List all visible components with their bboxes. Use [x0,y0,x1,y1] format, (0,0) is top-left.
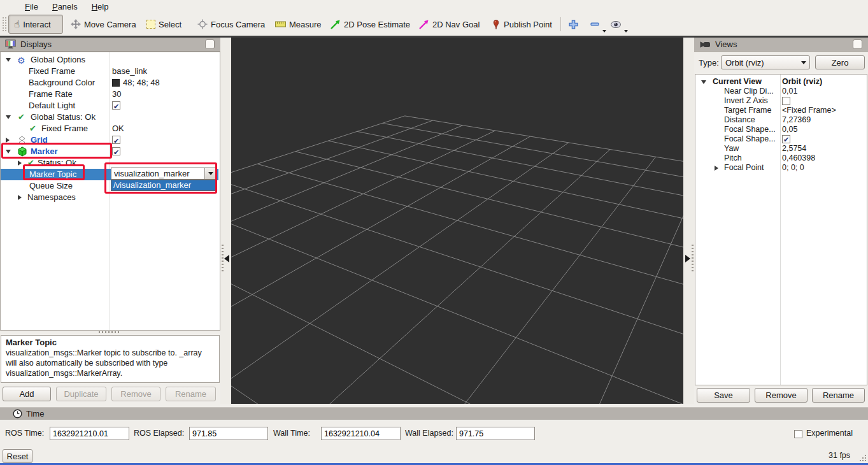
collapse-left-arrow-icon[interactable] [224,255,229,262]
tool-select-button[interactable]: Select [141,15,187,34]
tree-row-yaw[interactable]: Yaw 2,5754 [695,144,867,154]
remove-button[interactable]: Remove [111,387,160,401]
row-value[interactable]: <Fixed Frame> [782,106,836,115]
collapse-arrow-icon[interactable] [6,58,11,62]
tree-row-background-color[interactable]: Background Color 48; 48; 48 [1,77,218,89]
tree-row-fixed-frame-status[interactable]: ✔ Fixed Frame OK [1,123,218,134]
duplicate-button[interactable]: Duplicate [56,387,106,401]
row-value[interactable]: 0,05 [782,125,797,134]
experimental-checkbox[interactable] [794,430,802,438]
menu-file[interactable]: File [19,1,44,12]
row-value[interactable]: 48; 48; 48 [123,77,160,89]
displays-panel-header[interactable]: Displays [0,38,220,52]
zero-button[interactable]: Zero [815,55,865,69]
help-splitter-handle[interactable] [99,331,119,333]
checkbox[interactable] [112,147,120,155]
row-label: Status: Ok [38,157,76,169]
tree-row-near-clip[interactable]: Near Clip Di... 0,01 [695,87,867,96]
wall-time-field[interactable] [321,427,401,440]
render-viewport[interactable] [231,38,683,404]
marker-topic-combobox[interactable]: visualization_marker [111,168,217,180]
row-value[interactable]: 0; 0; 0 [782,163,804,173]
views-panel-header[interactable]: Views [694,38,868,52]
time-panel-header[interactable]: Time [0,407,868,420]
tree-row-grid[interactable]: Grid [1,134,218,146]
tree-row-focal-point[interactable]: Focal Point 0; 0; 0 [695,163,867,173]
tool-focus-camera-button[interactable]: Focus Camera [192,15,270,34]
zoom-out-button[interactable] [586,15,604,34]
tree-row-fixed-frame[interactable]: Fixed Frame base_link [1,66,218,77]
row-label: Current View [713,77,762,87]
combobox-dropdown-button[interactable] [204,168,217,179]
expand-arrow-icon[interactable] [6,138,10,143]
tool-measure-button[interactable]: Measure [270,15,327,34]
color-swatch[interactable] [112,79,120,87]
tree-row-current-view[interactable]: Current View Orbit (rviz) [695,77,867,87]
dropdown-option-selected[interactable]: /visualization_marker [111,180,217,190]
row-value[interactable]: 0,01 [782,87,797,96]
checkbox[interactable] [782,135,790,143]
tool-2d-nav-goal-button[interactable]: 2D Nav Goal [413,15,485,34]
row-label: Pitch [724,154,742,163]
tree-row-global-options[interactable]: ⚙ Global Options [1,54,218,66]
tree-row-invert-z[interactable]: Invert Z Axis [695,96,867,106]
menu-panels[interactable]: Panels [46,1,83,12]
left-splitter[interactable] [220,38,231,404]
expand-arrow-icon[interactable] [18,161,22,166]
float-button[interactable] [853,39,862,49]
red-pin-icon [492,19,501,30]
ros-time-field[interactable] [50,427,129,440]
row-value[interactable]: 7,27369 [782,115,811,125]
menu-help[interactable]: Help [86,1,115,12]
panel-title: Views [715,39,737,49]
tool-move-camera-button[interactable]: Move Camera [66,15,141,34]
combobox-value[interactable]: visualization_marker [111,168,204,179]
wall-elapsed-field[interactable] [456,427,535,440]
row-value[interactable]: base_link [112,66,147,77]
help-title: Marker Topic [6,338,215,347]
rename-button[interactable]: Rename [166,387,216,401]
collapse-arrow-icon[interactable] [701,80,706,84]
row-value[interactable]: 30 [112,89,121,100]
views-remove-button[interactable]: Remove [755,388,808,403]
tree-row-default-light[interactable]: Default Light [1,100,218,111]
checkbox[interactable] [782,97,790,105]
collapse-right-arrow-icon[interactable] [685,255,690,262]
collapse-arrow-icon[interactable] [6,115,11,119]
resize-grip[interactable] [865,460,866,461]
views-rename-button[interactable]: Rename [812,388,865,403]
tree-row-namespaces[interactable]: Namespaces [1,192,218,203]
tree-row-target-frame[interactable]: Target Frame <Fixed Frame> [695,106,867,115]
reset-button[interactable]: Reset [3,449,32,463]
tree-row-global-status[interactable]: ✔ Global Status: Ok [1,111,218,123]
collapse-arrow-icon[interactable] [6,150,11,154]
tree-row-frame-rate[interactable]: Frame Rate 30 [1,89,218,100]
expand-arrow-icon[interactable] [715,166,718,171]
tree-row-pitch[interactable]: Pitch 0,460398 [695,154,867,163]
tool-2d-pose-estimate-button[interactable]: 2D Pose Estimate [325,15,415,34]
checkbox[interactable] [112,136,120,144]
tree-row-marker[interactable]: Marker [1,146,218,157]
ros-elapsed-field[interactable] [189,427,268,440]
view-type-combobox[interactable]: Orbit (rviz) [721,55,810,69]
visibility-button[interactable] [606,15,625,34]
tree-row-focal-shape-fixed[interactable]: Focal Shape... [695,134,867,144]
checkbox[interactable] [112,101,120,110]
tool-publish-point-button[interactable]: Publish Point [487,15,557,34]
splitter-dots [222,245,224,273]
tree-row-distance[interactable]: Distance 7,27369 [695,115,867,125]
tree-row-focal-shape-size[interactable]: Focal Shape... 0,05 [695,125,867,134]
tool-interact-button[interactable]: ☝ Interact [8,15,63,34]
magenta-arrow-icon [418,19,429,30]
float-button[interactable] [205,39,215,49]
hand-icon: ☝ [14,20,20,29]
toolbar-drag-handle[interactable] [3,17,6,31]
save-button[interactable]: Save [697,388,750,403]
add-button[interactable]: Add [3,387,51,401]
move-camera-icon [71,19,81,29]
row-value[interactable]: 2,5754 [782,144,806,154]
zoom-in-button[interactable] [566,15,581,34]
row-value[interactable]: 0,460398 [782,154,815,163]
right-splitter[interactable] [683,38,694,404]
expand-arrow-icon[interactable] [18,195,22,200]
